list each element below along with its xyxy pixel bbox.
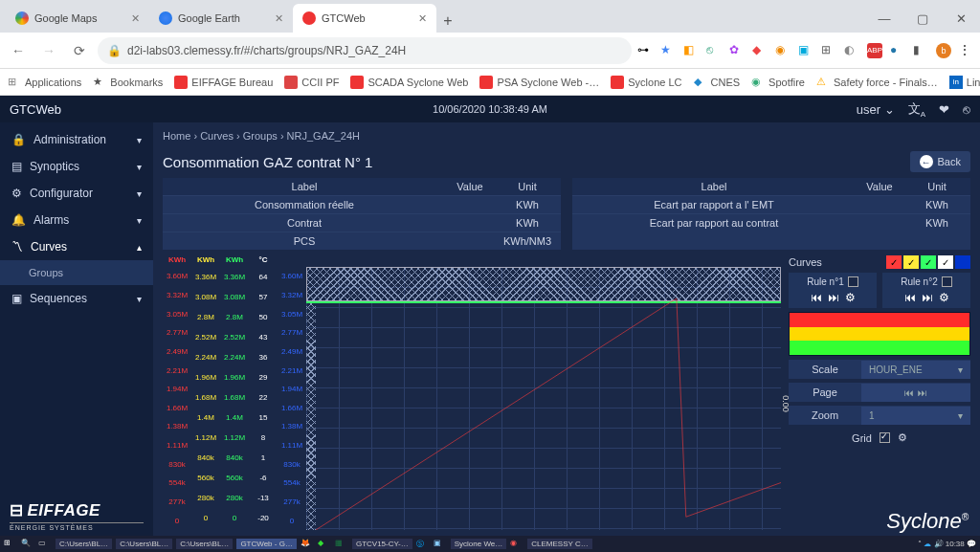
skip-back-icon[interactable]: ⏮ [904,291,916,304]
apps-button[interactable]: ⊞Applications [8,76,81,89]
curve-toggle-blue[interactable] [955,255,970,269]
firefox-icon[interactable]: 🦊 [301,539,314,550]
bookmark-item[interactable]: ◉Spotfire [751,76,805,89]
page-nav[interactable]: ⏮ ⏭ [861,384,970,402]
skip-fwd-icon[interactable]: ⏭ [922,291,933,304]
heart-icon[interactable]: ❤ [939,102,949,117]
crumb-link[interactable]: Groups [243,130,278,142]
forward-button[interactable]: → [36,38,61,63]
close-icon[interactable]: ✕ [418,12,427,25]
close-icon[interactable]: ✕ [131,12,140,25]
search-icon[interactable]: 🔍 [21,539,34,550]
bookmark-item[interactable]: PSA Syclone Web -… [479,76,599,89]
maximize-button[interactable]: ▢ [903,4,942,33]
skip-fwd-icon[interactable]: ⏭ [828,291,839,304]
taskbar-item[interactable]: C:\Users\BL… [116,539,172,549]
taskbar-tray[interactable]: ˄ ☁ 🔊 10:38 💬 [918,540,976,548]
zoom-select[interactable]: 1▾ [861,407,970,425]
bookmark-item[interactable]: ◆CNES [694,76,741,89]
skype-icon[interactable]: Ⓢ [416,539,430,550]
taskbar-item[interactable]: C:\Users\BL… [176,539,233,549]
gear-icon[interactable]: ⚙ [898,431,907,444]
taskbar-item[interactable]: GTCWeb - G… [236,539,297,549]
grid-checkbox[interactable] [880,432,890,443]
reload-button[interactable]: ⟳ [67,38,92,63]
table-row: ContratKWh [163,213,561,232]
ext-icon[interactable]: ◐ [844,43,859,58]
app-icon[interactable]: ▣ [434,539,447,550]
new-tab-button[interactable]: + [436,10,459,33]
sidebar-subitem-groups[interactable]: Groups [0,260,153,285]
bookmark-item[interactable]: ★Bookmarks [93,76,163,89]
close-icon[interactable]: ✕ [275,12,283,25]
ext-icon[interactable]: ⎋ [706,43,722,58]
start-button[interactable]: ⊞ [4,539,17,550]
key-icon[interactable]: ⊶ [637,43,653,58]
ext-icon[interactable]: ◆ [752,43,768,58]
ext-icon[interactable]: ◧ [683,43,699,58]
gear-icon[interactable]: ⚙ [845,291,856,304]
sidebar-item-curves[interactable]: 〽Curves▴ [0,233,153,260]
curve-toggle-white[interactable]: ✓ [938,255,953,269]
star-icon[interactable]: ★ [660,43,676,58]
ext-icon[interactable]: ● [890,43,905,58]
ext-icon[interactable]: ▣ [798,43,813,58]
taskbar-item[interactable]: GTCV15-CY-… [352,539,412,549]
translate-icon[interactable]: 文A [908,100,925,119]
taskbar-item[interactable]: Syclone We… [451,539,507,549]
gear-icon[interactable]: ⚙ [939,291,949,304]
sidebar-item-synoptics[interactable]: ▤Synoptics▾ [0,153,153,180]
app-icon[interactable]: ◆ [318,539,331,550]
crumb-link[interactable]: Home [163,130,190,142]
logout-icon[interactable]: ⎋ [963,102,970,117]
ext-icon[interactable]: ✿ [729,43,745,58]
tray-icon[interactable]: 🔊 [934,540,944,548]
taskbar-item[interactable]: C:\Users\BL… [56,539,112,549]
rule2-checkbox[interactable] [942,276,952,287]
minimize-button[interactable]: — [865,4,903,33]
curve-toggle-red[interactable]: ✓ [886,255,902,269]
close-button[interactable]: ✕ [942,4,980,33]
user-menu[interactable]: user ⌄ [857,102,895,117]
ext-icon[interactable]: ABP [867,43,882,58]
back-button[interactable]: ← [6,38,31,63]
skip-back-icon[interactable]: ⏮ [811,291,822,304]
bookmark-item[interactable]: CCII PF [284,76,339,89]
excel-icon[interactable]: ▦ [335,539,348,550]
browser-tab[interactable]: Google Maps ✕ [6,4,149,33]
app-icon[interactable]: ◉ [510,539,523,550]
sidebar-item-alarms[interactable]: 🔔Alarms▾ [0,207,153,233]
browser-tab-active[interactable]: GTCWeb ✕ [293,4,436,33]
sidebar-item-sequences[interactable]: ▣Sequences▾ [0,285,153,312]
scale-select[interactable]: HOUR_ENE ▾ [861,361,970,379]
sidebar-item-configurator[interactable]: ⚙Configurator▾ [0,180,153,207]
plot-area[interactable]: 0.00 [306,267,781,530]
back-button[interactable]: ← Back [910,151,970,172]
url-input[interactable]: 🔒 d2i-labs03.clemessy.fr/#/charts/groups… [98,37,632,64]
curve-toggle-green[interactable]: ✓ [921,255,936,269]
bookmark-item[interactable]: EIFFAGE Bureau [174,76,273,89]
task-view-icon[interactable]: ▭ [38,539,52,550]
profile-icon[interactable]: b [936,43,951,58]
clock[interactable]: 10:38 [946,540,965,548]
notifications-icon[interactable]: 💬 [967,540,976,548]
taskbar-item[interactable]: CLEMESSY C… [527,539,591,549]
browser-tab[interactable]: Google Earth ✕ [149,4,293,33]
page-last-icon[interactable]: ⏭ [918,387,927,398]
bookmark-item[interactable]: inLinkedin [949,76,980,89]
axis-yellow: KWh3.36M3.08M2.8M2.52M2.24M1.96M1.68M1.4… [191,267,220,530]
tray-chevron-icon[interactable]: ˄ [918,540,922,548]
ext-icon[interactable]: ▮ [913,43,928,58]
rule1-checkbox[interactable] [848,276,858,287]
bookmark-item[interactable]: SCADA Syclone Web [350,76,468,89]
tray-icon[interactable]: ☁ [924,540,931,548]
sidebar-item-administration[interactable]: 🔒Administration▾ [0,126,153,153]
ext-icon[interactable]: ◉ [775,43,791,58]
ext-icon[interactable]: ⊞ [821,43,836,58]
page-first-icon[interactable]: ⏮ [904,387,914,398]
bookmark-item[interactable]: Syclone LC [611,76,681,89]
crumb-link[interactable]: Curves [200,130,234,142]
bookmark-item[interactable]: ⚠Safety force - Finals… [816,76,938,89]
menu-icon[interactable]: ⋮ [959,43,974,58]
curve-toggle-yellow[interactable]: ✓ [903,255,919,269]
